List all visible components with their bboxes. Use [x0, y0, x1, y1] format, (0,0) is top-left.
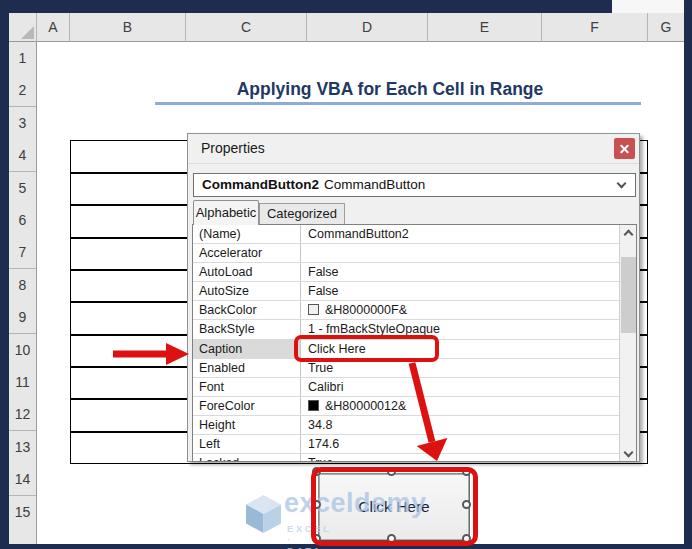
row-header-12[interactable]: 12 — [9, 398, 37, 431]
object-dropdown[interactable]: CommandButton2CommandButton — [193, 173, 636, 197]
properties-window: Properties CommandButton2CommandButton A… — [187, 133, 640, 462]
property-value[interactable]: True — [302, 454, 619, 462]
column-header-f[interactable]: F — [542, 13, 648, 42]
row-header-1[interactable]: 1 — [9, 42, 37, 75]
property-value[interactable]: Calibri — [302, 378, 619, 396]
tab-alphabetic[interactable]: Alphabetic — [193, 200, 259, 225]
property-row-left[interactable]: Left 174.6 — [193, 435, 619, 454]
chevron-down-icon — [624, 447, 634, 457]
property-name: BackColor — [193, 301, 301, 319]
property-name: Enabled — [193, 359, 301, 377]
column-header-a[interactable]: A — [37, 13, 70, 42]
property-row-accelerator[interactable]: Accelerator — [193, 244, 619, 263]
property-row-font[interactable]: Font Calibri — [193, 378, 619, 397]
select-all-triangle-icon — [21, 26, 34, 39]
row-header-8[interactable]: 8 — [9, 269, 37, 302]
exceldemy-logo-icon — [246, 495, 281, 533]
row-header-2[interactable]: 2 — [9, 74, 37, 107]
column-header-d[interactable]: D — [307, 13, 428, 42]
property-name: Locked — [193, 454, 301, 462]
property-value[interactable]: &H80000012& — [302, 397, 619, 415]
page-title: Applying VBA for Each Cell in Range — [110, 75, 670, 103]
property-name: (Name) — [193, 225, 301, 243]
object-name: CommandButton2 — [202, 177, 319, 192]
tab-categorized[interactable]: Categorized — [259, 203, 345, 224]
color-swatch — [308, 400, 319, 411]
property-row-locked-clipped[interactable]: Locked True — [193, 454, 619, 462]
column-header-b[interactable]: B — [70, 13, 186, 42]
properties-titlebar: Properties — [188, 134, 639, 164]
color-swatch — [308, 304, 319, 315]
screenshot-frame: A B C D E F G 1 2 3 4 5 6 7 8 9 10 11 12… — [0, 0, 692, 549]
row-header-11[interactable]: 11 — [9, 366, 37, 399]
property-name: Left — [193, 435, 301, 453]
caption-highlight-rectangle — [294, 335, 439, 362]
property-row-autoload[interactable]: AutoLoad False — [193, 263, 619, 282]
property-name: AutoLoad — [193, 263, 301, 281]
property-row-autosize[interactable]: AutoSize False — [193, 282, 619, 301]
property-row-name[interactable]: (Name) CommandButton2 — [193, 225, 619, 244]
property-name: Caption — [193, 340, 301, 358]
scroll-up-button[interactable] — [620, 225, 637, 243]
properties-window-title: Properties — [201, 140, 265, 156]
property-name: Height — [193, 416, 301, 434]
row-header-9[interactable]: 9 — [9, 301, 37, 334]
property-name: Font — [193, 378, 301, 396]
column-header-c[interactable]: C — [186, 13, 307, 42]
scrollbar-thumb[interactable] — [621, 257, 636, 333]
property-row-height[interactable]: Height 34.8 — [193, 416, 619, 435]
property-value[interactable] — [302, 244, 619, 262]
property-row-backcolor[interactable]: BackColor &H8000000F& — [193, 301, 619, 320]
select-all-corner[interactable] — [9, 13, 37, 42]
row-header-15[interactable]: 15 — [9, 496, 37, 529]
property-name: BackStyle — [193, 320, 301, 338]
property-value[interactable]: &H8000000F& — [302, 301, 619, 319]
column-header-e[interactable]: E — [428, 13, 542, 42]
top-right-notch — [612, 0, 684, 13]
row-header-10[interactable]: 10 — [9, 334, 37, 367]
property-value[interactable]: CommandButton2 — [302, 225, 619, 243]
row-header-13[interactable]: 13 — [9, 431, 37, 464]
row-header-6[interactable]: 6 — [9, 204, 37, 237]
chevron-up-icon — [624, 229, 634, 239]
row-header-7[interactable]: 7 — [9, 236, 37, 269]
close-icon — [619, 143, 630, 154]
row-header-14[interactable]: 14 — [9, 463, 37, 496]
scroll-down-button[interactable] — [620, 443, 637, 461]
row-header-partial — [9, 528, 37, 544]
scrollbar[interactable] — [619, 225, 636, 461]
property-name: AutoSize — [193, 282, 301, 300]
close-button[interactable] — [614, 138, 635, 159]
property-value[interactable]: False — [302, 282, 619, 300]
property-value[interactable]: False — [302, 263, 619, 281]
row-header-3[interactable]: 3 — [9, 107, 37, 140]
row-header-5[interactable]: 5 — [9, 172, 37, 205]
property-row-forecolor[interactable]: ForeColor &H80000012& — [193, 397, 619, 416]
property-name: Accelerator — [193, 244, 301, 262]
column-header-g[interactable]: G — [648, 13, 684, 42]
row-header-4[interactable]: 4 — [9, 139, 37, 172]
property-value[interactable]: 174.6 — [302, 435, 619, 453]
title-underline — [155, 102, 641, 105]
property-value[interactable]: 34.8 — [302, 416, 619, 434]
chevron-down-icon — [617, 179, 627, 189]
button-highlight-rectangle — [311, 467, 478, 546]
object-type: CommandButton — [324, 177, 425, 192]
property-name: ForeColor — [193, 397, 301, 415]
